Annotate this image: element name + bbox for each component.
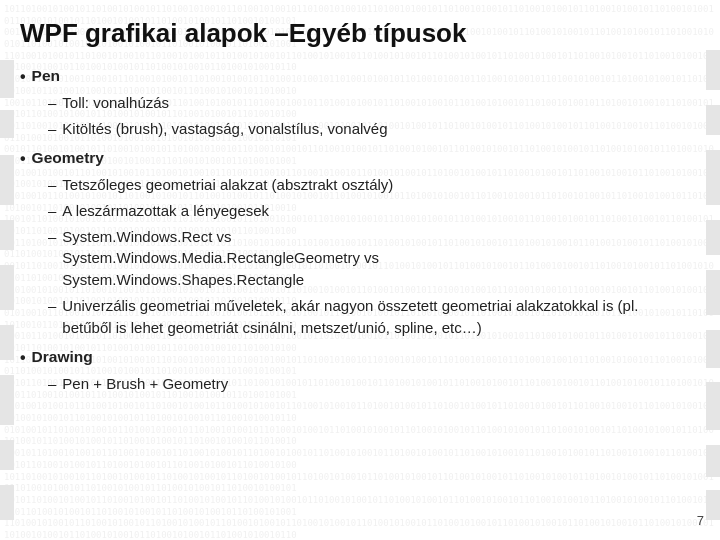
sub-item-drawing-1: – Pen + Brush + Geometry: [48, 373, 690, 395]
bullet-dot-drawing: •: [20, 348, 26, 369]
page-title: WPF grafikai alapok –Egyéb típusok: [20, 18, 690, 49]
sub-item-geometry-1: – Tetszőleges geometriai alakzat (absztr…: [48, 174, 690, 196]
bullet-geometry: • Geometry: [20, 149, 690, 170]
dash-pen-2: –: [48, 118, 56, 140]
list-item-drawing: • Drawing – Pen + Brush + Geometry: [20, 348, 690, 395]
dash-geo-4: –: [48, 295, 56, 317]
dash-geo-2: –: [48, 200, 56, 222]
bullet-pen: • Pen: [20, 67, 690, 88]
sub-item-geometry-3: – System.Windows.Rect vs System.Windows.…: [48, 226, 690, 291]
sub-list-drawing: – Pen + Brush + Geometry: [20, 373, 690, 395]
bullet-label-drawing: Drawing: [32, 348, 93, 366]
sub-text-draw-1: Pen + Brush + Geometry: [62, 373, 228, 395]
page-number: 7: [697, 513, 704, 528]
sub-item-geometry-2: – A leszármazottak a lényegesek: [48, 200, 690, 222]
bullet-label-pen: Pen: [32, 67, 60, 85]
bullet-drawing: • Drawing: [20, 348, 690, 369]
sub-list-pen: – Toll: vonalhúzás – Kitöltés (brush), v…: [20, 92, 690, 140]
dash-geo-1: –: [48, 174, 56, 196]
sub-text-geo-2: A leszármazottak a lényegesek: [62, 200, 269, 222]
bullet-dot-pen: •: [20, 67, 26, 88]
main-list: • Pen – Toll: vonalhúzás – Kitöltés (bru…: [20, 67, 690, 395]
sub-text-geo-4: Univerzális geometriai műveletek, akár n…: [62, 295, 690, 339]
bullet-label-geometry: Geometry: [32, 149, 104, 167]
dash-pen-1: –: [48, 92, 56, 114]
list-item-pen: • Pen – Toll: vonalhúzás – Kitöltés (bru…: [20, 67, 690, 139]
sub-text-pen-2: Kitöltés (brush), vastagság, vonalstílus…: [62, 118, 387, 140]
sub-item-pen-2: – Kitöltés (brush), vastagság, vonalstíl…: [48, 118, 690, 140]
sub-item-pen-1: – Toll: vonalhúzás: [48, 92, 690, 114]
sub-text-pen-1: Toll: vonalhúzás: [62, 92, 169, 114]
bullet-dot-geometry: •: [20, 149, 26, 170]
sub-text-geo-3: System.Windows.Rect vs System.Windows.Me…: [62, 226, 379, 291]
sub-text-geo-1: Tetszőleges geometriai alakzat (absztrak…: [62, 174, 393, 196]
dash-geo-3: –: [48, 226, 56, 248]
sub-item-geometry-4: – Univerzális geometriai műveletek, akár…: [48, 295, 690, 339]
sub-list-geometry: – Tetszőleges geometriai alakzat (absztr…: [20, 174, 690, 338]
list-item-geometry: • Geometry – Tetszőleges geometriai alak…: [20, 149, 690, 338]
dash-draw-1: –: [48, 373, 56, 395]
